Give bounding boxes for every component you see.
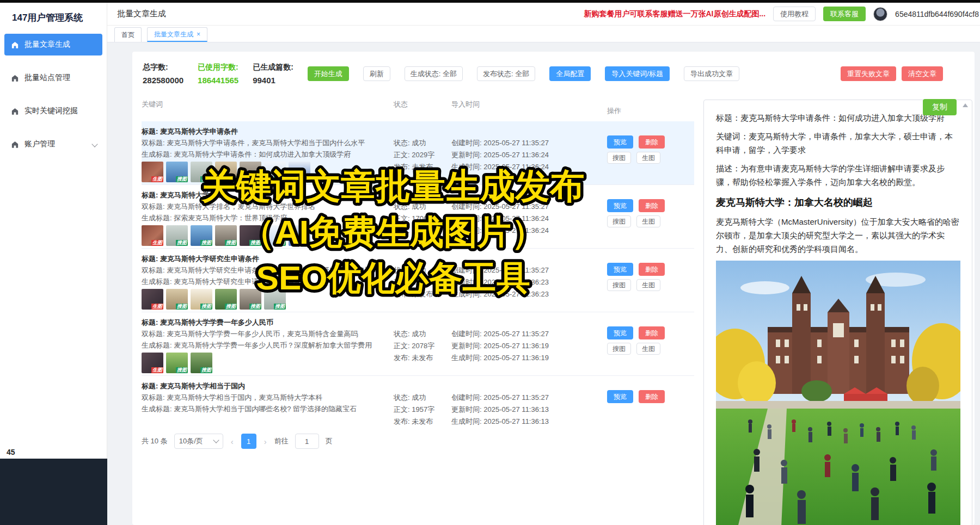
- preview-button[interactable]: 预览: [607, 326, 633, 339]
- article-thumbnail[interactable]: 搜图: [166, 353, 188, 373]
- reset-failed-button[interactable]: 重置失败文章: [841, 66, 896, 81]
- page-number[interactable]: 1: [241, 434, 256, 449]
- preview-keywords: 关键词：麦克马斯特大学，申请条件，加拿大大学，硕士申请，本科申请，留学，入学要求: [716, 129, 960, 157]
- action-cell: 预览 删除: [607, 380, 683, 426]
- article-thumbnail[interactable]: 搜图: [166, 289, 188, 310]
- search-image-button[interactable]: 搜图: [607, 343, 631, 355]
- sidebar-item-batch-site[interactable]: 批量站点管理: [4, 67, 102, 89]
- sidebar-item-label: 批量站点管理: [24, 73, 70, 83]
- article-thumbnail[interactable]: 搜图: [215, 225, 237, 246]
- delete-button[interactable]: 删除: [639, 326, 665, 339]
- generate-image-button[interactable]: 生图: [636, 279, 660, 291]
- article-thumbnail[interactable]: 搜图: [191, 289, 212, 310]
- copy-button[interactable]: 复制: [923, 99, 957, 115]
- tab-home[interactable]: 首页: [114, 27, 142, 42]
- avatar[interactable]: [873, 7, 887, 21]
- window-top-strip: [0, 0, 980, 3]
- page-size-select[interactable]: 10条/页: [174, 434, 223, 449]
- generate-image-button[interactable]: 生图: [636, 215, 660, 227]
- article-thumbnail[interactable]: 搜图: [215, 289, 237, 310]
- preview-button[interactable]: 预览: [607, 263, 633, 276]
- preview-button[interactable]: 预览: [607, 390, 633, 403]
- delete-button[interactable]: 删除: [639, 390, 665, 403]
- article-thumbnail[interactable]: 搜图: [191, 353, 212, 373]
- prev-page-button[interactable]: ‹: [230, 437, 235, 446]
- publish-status-select[interactable]: 发布状态: 全部: [477, 66, 535, 81]
- article-thumbnail[interactable]: 搜图: [215, 162, 237, 182]
- delete-button[interactable]: 删除: [639, 135, 665, 149]
- preview-description: 描述：为有意申请麦克马斯特大学的学生详细讲解申请要求及步骤，帮助你轻松掌握入学条…: [716, 162, 960, 189]
- action-cell: 预览 删除 搜图 生图: [607, 189, 683, 246]
- article-thumbnail[interactable]: 搜图: [166, 162, 188, 182]
- article-thumbnail[interactable]: 搜图: [240, 225, 261, 246]
- status-cell: 状态: 成功 正文: 1706字 发布: 未发布: [394, 201, 446, 246]
- status-cell: 状态: 成功 正文: 2029字 发布: 未发布: [394, 137, 446, 182]
- table-row[interactable]: 标题: 麦克马斯特大学学费一年多少人民币 双标题: 麦克马斯特大学学费一年多少人…: [142, 312, 694, 376]
- thumbnail-strip: 生图 搜图 搜图 搜图 搜图 搜图 搜图: [142, 162, 385, 182]
- clear-articles-button[interactable]: 清空文章: [902, 66, 943, 81]
- global-config-button[interactable]: 全局配置: [549, 66, 591, 81]
- table-row[interactable]: 标题: 麦克马斯特大学申请条件 双标题: 麦克马斯特大学申请条件，麦克马斯特大学…: [142, 121, 694, 185]
- table-rows: 标题: 麦克马斯特大学申请条件 双标题: 麦克马斯特大学申请条件，麦克马斯特大学…: [142, 121, 694, 426]
- export-success-button[interactable]: 导出成功文章: [684, 66, 739, 81]
- time-cell: 创建时间: 2025-05-27 11:35:27 更新时间: 2025-05-…: [451, 264, 602, 310]
- article-thumbnail[interactable]: 搜图: [264, 162, 286, 182]
- preview-body: 麦克马斯特大学（McMasterUniversity）位于加拿大安大略省的哈密尔…: [716, 215, 960, 256]
- article-thumbnail[interactable]: 搜图: [240, 162, 261, 182]
- table-row[interactable]: 标题: 麦克马斯特大学相当于国内 双标题: 麦克马斯特大学相当于国内，麦克马斯特…: [142, 376, 694, 426]
- contact-support-button[interactable]: 联系客服: [823, 7, 866, 21]
- article-thumbnail[interactable]: 搜图: [264, 225, 286, 246]
- article-thumbnail[interactable]: 生图: [142, 353, 163, 373]
- delete-button[interactable]: 删除: [639, 199, 665, 212]
- sidebar-dark-footer: [0, 459, 107, 525]
- preview-button[interactable]: 预览: [607, 199, 633, 212]
- article-gen-title: 生成标题: 麦克马斯特大学学费一年多少人民币？深度解析加拿大留学费用: [142, 339, 385, 351]
- tab-batch-article[interactable]: 批量文章生成 ×: [147, 27, 207, 42]
- article-thumbnail[interactable]: 搜图: [289, 225, 310, 246]
- campus-photo: [716, 261, 960, 525]
- article-thumbnail[interactable]: 搜图: [191, 225, 212, 246]
- stat-used-words: 已使用字数: 186441565: [198, 63, 238, 85]
- article-title: 标题: 麦克马斯特大学排名: [142, 189, 385, 201]
- article-thumbnail[interactable]: 生图: [142, 225, 163, 246]
- search-image-button[interactable]: 搜图: [607, 152, 631, 164]
- article-thumbnail[interactable]: 搜图: [166, 225, 188, 246]
- goto-page-input[interactable]: [295, 434, 319, 449]
- search-image-button[interactable]: 搜图: [607, 279, 631, 291]
- tutorial-button[interactable]: 使用教程: [773, 7, 816, 21]
- scroll-up-icon[interactable]: [963, 103, 968, 107]
- preview-panel: 标题：麦克马斯特大学申请条件：如何成功进入加拿大顶级学府 关键词：麦克马斯特大学…: [703, 100, 972, 525]
- sidebar-item-keyword-mining[interactable]: 实时关键词挖掘: [4, 100, 102, 122]
- sidebar-item-label: 批量文章生成: [24, 40, 70, 50]
- page-title: 批量文章生成: [117, 9, 166, 19]
- close-icon[interactable]: ×: [197, 30, 200, 38]
- sidebar-item-account[interactable]: 账户管理: [4, 133, 102, 155]
- article-thumbnail[interactable]: 搜图: [191, 162, 212, 182]
- start-generate-button[interactable]: 开始生成: [308, 66, 349, 81]
- article-dual-title: 双标题: 麦克马斯特大学学费一年多少人民币，麦克马斯特含金量高吗: [142, 328, 385, 339]
- total-count: 共 10 条: [142, 436, 168, 446]
- table-row[interactable]: 标题: 麦克马斯特大学排名 双标题: 麦克马斯特大学排名，麦克马斯特大学世界排名…: [142, 185, 694, 249]
- home-icon: [11, 107, 19, 115]
- refresh-button[interactable]: 刷新: [363, 66, 390, 81]
- col-import-time: 导入时间: [451, 100, 602, 116]
- article-thumbnail[interactable]: 搜图: [240, 289, 261, 310]
- article-thumbnail[interactable]: 生图: [142, 289, 163, 310]
- sidebar: 147用户管理系统 批量文章生成 批量站点管理 实时关键词挖掘 账户管理 45: [0, 3, 107, 525]
- table-row[interactable]: 标题: 麦克马斯特大学研究生申请条件 双标题: 麦克马斯特大学研究生申请条件，麦…: [142, 249, 694, 312]
- next-page-button[interactable]: ›: [263, 437, 268, 446]
- generate-image-button[interactable]: 生图: [636, 343, 660, 355]
- search-image-button[interactable]: 搜图: [607, 215, 631, 227]
- sidebar-item-batch-article[interactable]: 批量文章生成: [4, 34, 102, 55]
- article-thumbnail[interactable]: 搜图: [289, 162, 310, 182]
- preview-button[interactable]: 预览: [607, 135, 633, 149]
- article-thumbnail[interactable]: 生图: [142, 162, 163, 182]
- import-keywords-button[interactable]: 导入关键词/标题: [605, 66, 670, 81]
- delete-button[interactable]: 删除: [639, 263, 665, 276]
- announcement-marquee[interactable]: 新购套餐用户可联系客服赠送一万张AI原创生成配图...: [584, 9, 765, 19]
- article-thumbnail[interactable]: 搜图: [264, 289, 286, 310]
- generate-image-button[interactable]: 生图: [636, 152, 660, 164]
- generate-status-select[interactable]: 生成状态: 全部: [405, 66, 463, 81]
- table-header: 关键词 状态 导入时间 操作: [142, 95, 694, 121]
- article-dual-title: 双标题: 麦克马斯特大学申请条件，麦克马斯特大学相当于国内什么水平: [142, 137, 385, 149]
